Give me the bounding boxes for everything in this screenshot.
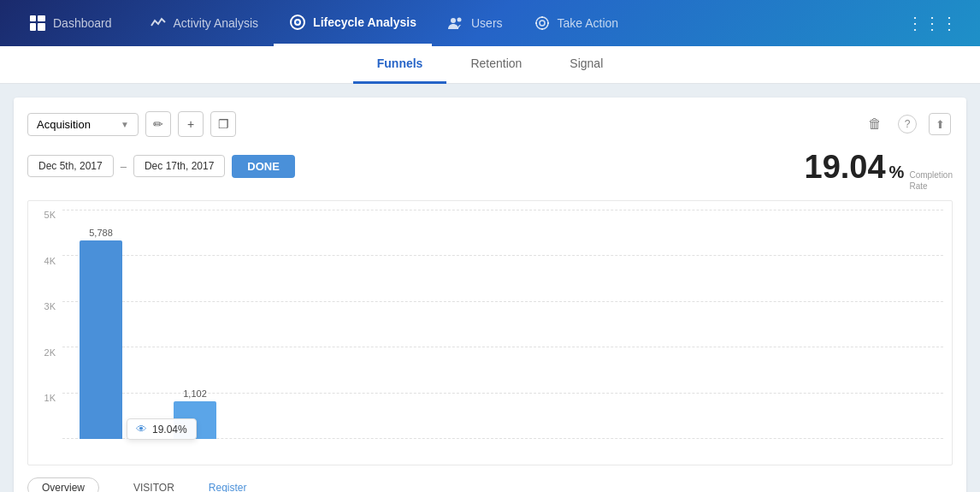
- y-label-4k: 4K: [44, 256, 56, 266]
- end-date-button[interactable]: Dec 17th, 2017: [133, 155, 225, 177]
- svg-rect-2: [30, 23, 36, 31]
- copy-button[interactable]: ❐: [210, 111, 236, 137]
- activity-label: Activity Analysis: [174, 16, 259, 30]
- bars-area: 5,788 1,102 👁 19.04%: [62, 210, 943, 439]
- apps-grid-icon[interactable]: ⋮⋮⋮: [898, 13, 966, 33]
- bar-visitor: 5,788: [80, 228, 122, 439]
- edit-icon: ✏: [153, 117, 163, 131]
- lifecycle-icon: [289, 14, 306, 31]
- takeaction-label: Take Action: [558, 16, 619, 30]
- svg-rect-3: [38, 23, 45, 31]
- help-button[interactable]: ?: [894, 111, 920, 137]
- svg-rect-1: [38, 15, 45, 21]
- completion-pct: %: [889, 163, 905, 182]
- tab-retention[interactable]: Retention: [446, 46, 546, 84]
- y-label-2k: 2K: [44, 347, 56, 358]
- nav-lifecycle[interactable]: Lifecycle Analysis: [274, 0, 432, 46]
- start-date-button[interactable]: Dec 5th, 2017: [27, 155, 114, 177]
- date-row: Dec 5th, 2017 – Dec 17th, 2017 DONE: [27, 155, 295, 178]
- svg-rect-0: [30, 15, 36, 21]
- toolbar-row: Acquisition ▼ ✏ + ❐ 🗑 ?: [27, 111, 953, 137]
- share-button[interactable]: ⬆: [927, 111, 953, 137]
- nav-dashboard[interactable]: Dashboard: [14, 0, 127, 46]
- toolbar-left: Acquisition ▼ ✏ + ❐: [27, 111, 236, 137]
- lifecycle-label: Lifecycle Analysis: [313, 15, 416, 29]
- overview-button[interactable]: Overview: [27, 477, 99, 492]
- bar-visitor-label: 5,788: [89, 228, 113, 238]
- completion-value: 19.04: [805, 149, 886, 186]
- funnel-dropdown[interactable]: Acquisition ▼: [27, 113, 139, 136]
- svg-point-10: [540, 21, 545, 26]
- tab-funnels[interactable]: Funnels: [353, 46, 447, 84]
- users-label: Users: [471, 16, 503, 30]
- tab-signal[interactable]: Signal: [546, 46, 627, 84]
- bar-register-label: 1,102: [183, 388, 207, 399]
- tooltip: 👁 19.04%: [127, 418, 197, 440]
- y-label-1k: 1K: [44, 393, 56, 403]
- funnel-card: Acquisition ▼ ✏ + ❐ 🗑 ?: [14, 98, 966, 492]
- takeaction-icon: [534, 15, 551, 32]
- bar-visitor-rect: [80, 240, 122, 439]
- trash-icon: 🗑: [868, 116, 882, 132]
- svg-point-9: [536, 17, 548, 29]
- toolbar-right: 🗑 ? ⬆: [862, 111, 953, 137]
- completion-display: 19.04 % Completion Rate: [805, 149, 953, 192]
- completion-label: Completion Rate: [909, 169, 953, 192]
- delete-button[interactable]: 🗑: [862, 111, 888, 137]
- tooltip-value: 19.04%: [152, 424, 187, 436]
- date-separator: –: [121, 160, 127, 173]
- nav-takeaction[interactable]: Take Action: [518, 0, 635, 46]
- chevron-down-icon: ▼: [121, 120, 129, 129]
- svg-point-7: [451, 18, 456, 23]
- dashboard-label: Dashboard: [53, 16, 112, 30]
- y-label-3k: 3K: [44, 301, 56, 311]
- eye-icon: 👁: [136, 423, 147, 436]
- copy-icon: ❐: [218, 117, 229, 131]
- plus-icon: +: [187, 117, 194, 131]
- visitor-step-label: VISITOR: [133, 482, 174, 492]
- svg-point-8: [457, 18, 461, 22]
- add-button[interactable]: +: [178, 111, 204, 137]
- sub-tabs: Funnels Retention Signal: [0, 46, 980, 84]
- dropdown-value: Acquisition: [37, 118, 91, 131]
- users-icon: [447, 15, 464, 32]
- main-content: Acquisition ▼ ✏ + ❐ 🗑 ?: [0, 84, 980, 492]
- share-icon: ⬆: [929, 113, 951, 135]
- done-button[interactable]: DONE: [232, 155, 295, 178]
- top-nav: Dashboard Activity Analysis Lifecycle An…: [0, 0, 980, 46]
- nav-users[interactable]: Users: [432, 0, 518, 46]
- activity-icon: [150, 15, 167, 32]
- svg-point-6: [296, 21, 299, 24]
- y-label-5k: 5K: [44, 210, 56, 220]
- overview-row: Overview VISITOR Register: [27, 474, 953, 492]
- register-step-label: Register: [209, 482, 247, 492]
- funnel-chart: 5K 4K 3K 2K 1K 5,788: [27, 200, 953, 465]
- bar-register: 1,102 👁 19.04%: [174, 388, 216, 439]
- nav-activity[interactable]: Activity Analysis: [134, 0, 275, 46]
- edit-button[interactable]: ✏: [145, 111, 171, 137]
- dashboard-icon: [29, 15, 46, 32]
- help-icon: ?: [898, 115, 917, 133]
- y-axis: 5K 4K 3K 2K 1K: [28, 210, 61, 439]
